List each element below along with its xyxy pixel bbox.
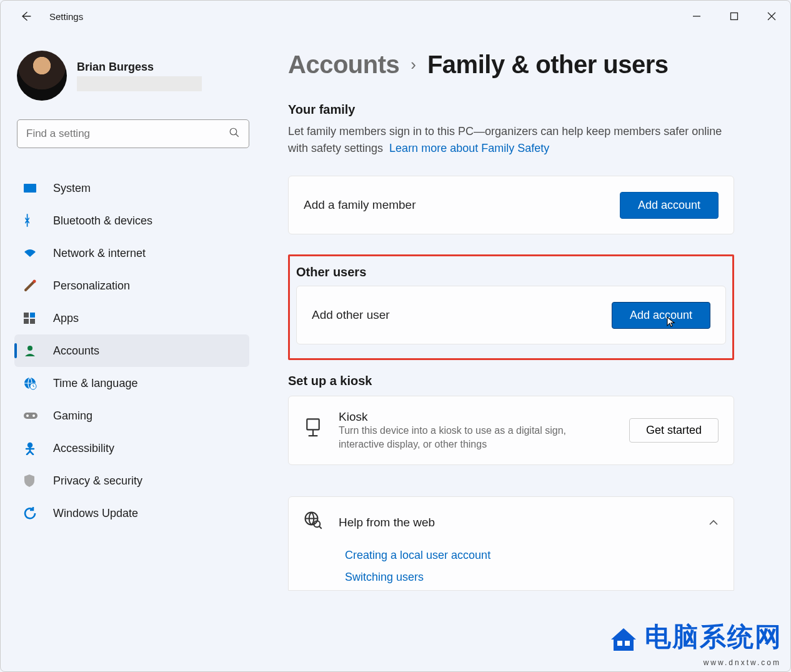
svg-rect-9 — [24, 313, 29, 318]
sidebar-item-apps[interactable]: Apps — [14, 302, 249, 334]
chevron-right-icon: › — [410, 55, 416, 74]
sidebar-item-accessibility[interactable]: Accessibility — [14, 432, 249, 464]
profile-name: Brian Burgess — [77, 61, 202, 74]
sidebar-item-label: Network & internet — [53, 247, 146, 260]
profile-subtitle — [77, 76, 202, 91]
sidebar-item-label: Apps — [53, 312, 79, 325]
personalization-icon — [23, 278, 42, 293]
sidebar-item-network-internet[interactable]: Network & internet — [14, 237, 249, 269]
family-section-desc: Let family members sign in to this PC—or… — [288, 123, 734, 157]
minimize-button[interactable] — [678, 1, 715, 32]
add-other-account-button[interactable]: Add account — [612, 302, 710, 329]
network-internet-icon — [23, 246, 42, 261]
maximize-button[interactable] — [715, 1, 753, 32]
sidebar-item-label: Time & language — [53, 377, 137, 390]
add-other-user-card: Add other user Add account — [296, 286, 726, 344]
sidebar-item-label: Windows Update — [53, 507, 138, 520]
svg-rect-18 — [24, 413, 37, 419]
kiosk-section-title: Set up a kiosk — [288, 374, 734, 388]
breadcrumb-current: Family & other users — [427, 51, 669, 79]
windows-update-icon — [23, 506, 42, 521]
kiosk-title: Kiosk — [339, 410, 589, 424]
svg-rect-10 — [30, 313, 35, 318]
svg-rect-12 — [30, 319, 35, 324]
chevron-up-icon[interactable] — [709, 517, 719, 528]
sidebar-item-time-language[interactable]: Time & language — [14, 367, 249, 399]
add-family-label: Add a family member — [304, 198, 416, 212]
svg-line-7 — [26, 281, 34, 290]
sidebar-item-accounts[interactable]: Accounts — [14, 334, 249, 367]
sidebar-item-label: Gaming — [53, 409, 92, 423]
sidebar-item-label: Accessibility — [53, 442, 114, 455]
titlebar: Settings — [1, 1, 790, 32]
search-box[interactable] — [17, 119, 249, 148]
add-family-account-button[interactable]: Add account — [620, 192, 719, 219]
sidebar-item-privacy-security[interactable]: Privacy & security — [14, 464, 249, 497]
kiosk-get-started-button[interactable]: Get started — [629, 418, 719, 443]
globe-search-icon — [304, 511, 322, 534]
sidebar-item-label: Bluetooth & devices — [53, 214, 152, 228]
sidebar-item-system[interactable]: System — [14, 172, 249, 204]
svg-line-5 — [236, 134, 239, 137]
svg-point-20 — [32, 414, 35, 417]
sidebar-item-label: Privacy & security — [53, 474, 142, 488]
add-other-user-label: Add other user — [312, 308, 390, 322]
accessibility-icon — [23, 441, 42, 456]
time-language-icon — [23, 376, 42, 391]
kiosk-icon — [304, 418, 322, 443]
main-content: Accounts › Family & other users Your fam… — [263, 32, 790, 671]
svg-rect-11 — [24, 319, 29, 324]
sidebar-item-label: Personalization — [53, 279, 130, 293]
other-users-highlight: Other users Add other user Add account — [288, 254, 734, 360]
sidebar-item-personalization[interactable]: Personalization — [14, 269, 249, 302]
help-link-create-local[interactable]: Creating a local user account — [345, 549, 719, 562]
svg-point-19 — [26, 414, 29, 417]
kiosk-card: Kiosk Turn this device into a kiosk to u… — [288, 396, 734, 465]
svg-point-13 — [27, 346, 32, 351]
apps-icon — [23, 311, 42, 326]
breadcrumb-parent[interactable]: Accounts — [288, 51, 399, 79]
system-icon — [23, 181, 42, 196]
avatar — [17, 51, 67, 101]
other-users-title: Other users — [296, 265, 726, 279]
family-safety-link[interactable]: Learn more about Family Safety — [389, 142, 549, 154]
help-link-switch-users[interactable]: Switching users — [345, 571, 719, 584]
svg-rect-1 — [731, 13, 738, 20]
family-section-title: Your family — [288, 103, 734, 117]
sidebar-item-windows-update[interactable]: Windows Update — [14, 497, 249, 529]
kiosk-desc: Turn this device into a kiosk to use as … — [339, 424, 589, 451]
sidebar-item-gaming[interactable]: Gaming — [14, 399, 249, 432]
privacy-security-icon — [23, 473, 42, 488]
nav-list: SystemᚼBluetooth & devicesNetwork & inte… — [14, 172, 249, 529]
sidebar-item-label: Accounts — [53, 344, 99, 358]
breadcrumb: Accounts › Family & other users — [288, 51, 734, 79]
svg-line-31 — [319, 526, 322, 529]
search-icon — [229, 127, 240, 141]
svg-rect-26 — [307, 419, 319, 430]
profile[interactable]: Brian Burgess — [17, 51, 249, 101]
app-title: Settings — [49, 11, 83, 22]
help-card[interactable]: Help from the web Creating a local user … — [288, 496, 734, 591]
gaming-icon — [23, 408, 42, 423]
svg-rect-6 — [24, 184, 36, 193]
back-button[interactable] — [13, 10, 38, 23]
help-title: Help from the web — [339, 516, 435, 529]
accounts-icon — [23, 343, 42, 358]
search-input[interactable] — [26, 128, 229, 140]
sidebar: Brian Burgess SystemᚼBluetooth & devices… — [1, 32, 263, 671]
sidebar-item-label: System — [53, 182, 91, 195]
svg-point-8 — [33, 280, 36, 283]
close-button[interactable] — [753, 1, 790, 32]
svg-point-4 — [230, 128, 237, 135]
sidebar-item-bluetooth-devices[interactable]: ᚼBluetooth & devices — [14, 204, 249, 237]
watermark-url: www.dnxtw.com — [704, 658, 781, 667]
svg-line-25 — [30, 451, 33, 454]
bluetooth-devices-icon: ᚼ — [23, 213, 42, 228]
add-family-member-card: Add a family member Add account — [288, 176, 734, 234]
